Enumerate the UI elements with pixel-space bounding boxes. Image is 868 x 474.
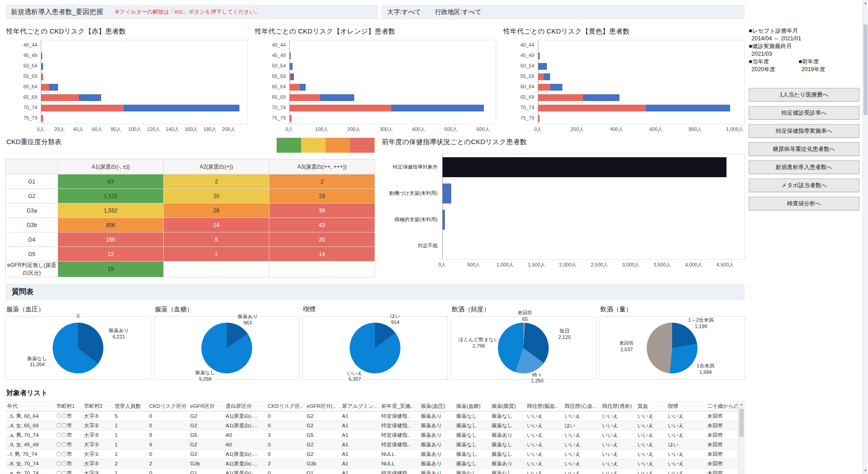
list-col-header[interactable]: 尿アルブミン.. <box>340 401 380 411</box>
bar-segment-blue[interactable] <box>646 105 730 111</box>
matrix-cell[interactable]: 14 <box>269 247 375 261</box>
list-col-header[interactable]: 既往歴(透析) <box>600 401 636 411</box>
bar-guidance[interactable] <box>443 210 445 230</box>
list-scrollbar[interactable]: ▲ <box>738 401 745 474</box>
list-col-header[interactable]: 市町村1 <box>54 401 82 411</box>
list-col-header[interactable]: 服薬(血糖) <box>454 401 490 411</box>
bar-segment-red[interactable] <box>538 84 550 91</box>
matrix-cell[interactable]: 19 <box>58 261 164 277</box>
bar-segment-red[interactable] <box>41 105 124 111</box>
list-col-header[interactable]: 蛋白尿区分 <box>224 401 266 411</box>
list-row[interactable]: ..8, 女, 70_74〇〇市大字⑤22G3bA1(尿蛋白(-...2G3bA… <box>5 459 745 469</box>
scrollbar-thumb[interactable] <box>863 24 868 115</box>
list-col-header[interactable]: 貧血 <box>636 401 666 411</box>
list-row[interactable]: ..4, 女, 65_69〇〇市大字②10G2A1(尿蛋白(-...0G2A1特… <box>5 421 745 430</box>
list-row[interactable]: ..f, 男, 70_74〇〇市大字①10G2A1(尿蛋白(-...0G2A1N… <box>5 450 745 459</box>
matrix-cell[interactable]: 1,515 <box>58 189 164 203</box>
matrix-cell[interactable]: 5 <box>164 232 269 247</box>
bar-segment-red[interactable] <box>290 84 300 91</box>
bar-segment-blue[interactable] <box>550 84 562 91</box>
list-col-header[interactable]: eGFR区分 <box>189 401 224 411</box>
matrix-cell[interactable]: 39 <box>269 203 375 218</box>
pie-chart-alcohol-amount[interactable] <box>647 323 697 373</box>
bar-segment-blue[interactable] <box>290 63 293 70</box>
bar-segment-blue[interactable] <box>539 53 540 59</box>
bar-segment-red[interactable] <box>290 115 292 122</box>
bar-segment-red[interactable] <box>538 94 583 101</box>
scroll-down-icon[interactable]: ▼ <box>863 468 868 474</box>
bar-segment-red[interactable] <box>41 84 49 91</box>
bar-segment-red[interactable] <box>538 73 544 80</box>
list-col-header[interactable]: 年代 <box>5 401 54 411</box>
nav-button-2[interactable]: 特定健診受診率へ <box>749 106 859 120</box>
matrix-cell[interactable]: 155 <box>58 232 164 247</box>
matrix-cell[interactable]: 26 <box>164 203 269 218</box>
matrix-cell[interactable]: 29 <box>269 189 375 203</box>
list-col-header[interactable]: 世帯人員数 <box>113 401 147 411</box>
matrix-cell[interactable]: 12 <box>58 247 164 261</box>
matrix-cell[interactable]: 14 <box>164 218 269 232</box>
bar-segment-blue[interactable] <box>391 105 484 111</box>
nav-button-3[interactable]: 特定保健指導実施率へ <box>749 124 859 138</box>
list-row[interactable]: ..a, 男, 70_74〇〇市大字③19G5A03G5A1特定保健指..服薬あ… <box>5 430 745 440</box>
list-col-header[interactable]: 前年度_実施.. <box>380 401 419 411</box>
bar-segment-blue[interactable] <box>538 63 547 70</box>
bar-segment-blue[interactable] <box>291 73 293 80</box>
matrix-cell[interactable] <box>269 261 375 277</box>
list-row[interactable]: ..e, 女, 70_74〇〇市大字③10G1A1(尿蛋白(-...0G1A1特… <box>5 469 745 474</box>
bar-segment-blue[interactable] <box>544 73 550 80</box>
matrix-cell[interactable]: 1,552 <box>58 203 164 218</box>
matrix-cell[interactable]: 83 <box>58 174 164 189</box>
bar-segment-red[interactable] <box>290 105 391 111</box>
matrix-cell[interactable]: 2 <box>164 174 269 189</box>
pie-chart-alcohol-frequency[interactable] <box>498 323 549 373</box>
bar-segment-blue[interactable] <box>583 94 619 101</box>
list-col-header[interactable]: 服薬(血圧) <box>419 401 454 411</box>
bar-segment-blue[interactable] <box>41 53 42 59</box>
matrix-cell[interactable]: 20 <box>164 189 269 203</box>
bar-segment-blue[interactable] <box>41 63 43 70</box>
nav-button-4[interactable]: 糖尿病等重症化患者数へ <box>749 142 859 156</box>
filter-district[interactable]: 行政地区:すべて <box>435 8 482 16</box>
list-col-header[interactable]: 服薬(脂質) <box>490 401 525 411</box>
nav-button-7[interactable]: 検査値分析へ <box>749 197 859 210</box>
bar-segment-blue[interactable] <box>49 84 59 91</box>
scroll-up-icon[interactable]: ▲ <box>863 0 868 6</box>
list-row[interactable]: ..5, 男, 60_64〇〇市大字⑤50G2A1(尿蛋白(-...0G2A1特… <box>5 411 745 421</box>
bar-segment-red[interactable] <box>538 105 646 111</box>
bar-segment-blue[interactable] <box>300 84 306 91</box>
bar-segment-red[interactable] <box>41 115 43 122</box>
bar-segment-red[interactable] <box>41 73 43 80</box>
scroll-up-icon[interactable]: ▲ <box>738 401 745 408</box>
list-col-header[interactable]: CKDリスク区.. <box>266 401 305 411</box>
matrix-cell[interactable]: 1 <box>164 247 269 261</box>
page-scrollbar[interactable]: ▲ ▼ <box>863 0 868 474</box>
matrix-cell[interactable]: 806 <box>58 218 164 232</box>
list-col-header[interactable]: 喫煙 <box>666 401 706 411</box>
bar-guidance[interactable] <box>443 157 727 177</box>
list-row[interactable]: ..9, 女, 45_49〇〇市大字③19G2A00G2A1特定保健指..服薬あ… <box>5 440 745 450</box>
pie-chart-glucose-medication[interactable] <box>201 323 252 373</box>
pie-chart-bp-medication[interactable] <box>53 323 103 373</box>
nav-button-6[interactable]: メタボ該当者数へ <box>749 179 859 192</box>
matrix-cell[interactable]: 20 <box>269 232 375 247</box>
bar-segment-blue[interactable] <box>124 105 240 111</box>
bar-guidance[interactable] <box>443 184 451 203</box>
nav-button-5[interactable]: 新規透析導入患者数へ <box>749 160 859 174</box>
matrix-cell[interactable]: 2 <box>269 174 375 189</box>
list-col-header[interactable]: 既往歴(脳血.. <box>525 401 563 411</box>
bar-segment-red[interactable] <box>290 94 320 101</box>
matrix-cell[interactable]: 43 <box>269 218 375 232</box>
bar-segment-blue[interactable] <box>290 53 291 59</box>
filter-oaza[interactable]: 大字:すべて <box>387 8 421 16</box>
list-col-header[interactable]: eGFR区分(.. <box>305 401 340 411</box>
bar-segment-red[interactable] <box>538 115 540 122</box>
bar-segment-blue[interactable] <box>320 94 354 101</box>
pie-chart-smoking[interactable] <box>350 323 400 373</box>
nav-button-1[interactable]: 1人当たり医療費へ <box>749 88 859 102</box>
matrix-cell[interactable] <box>164 261 269 277</box>
bar-segment-red[interactable] <box>41 94 79 101</box>
list-col-header[interactable]: 既往歴(心血.. <box>563 401 600 411</box>
list-col-header[interactable]: CKDリスク区分 <box>147 401 189 411</box>
bar-segment-blue[interactable] <box>79 94 102 101</box>
